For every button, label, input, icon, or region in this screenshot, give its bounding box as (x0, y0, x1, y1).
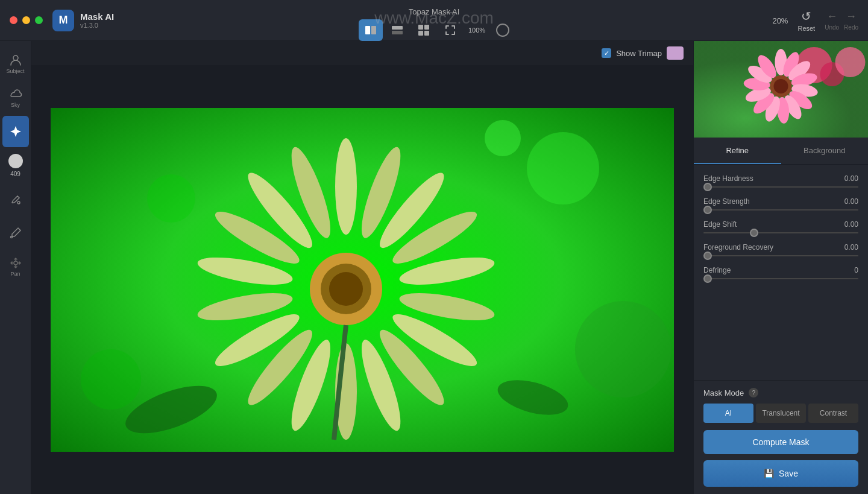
tab-background-label: Background (804, 146, 845, 155)
foreground-recovery-track[interactable] (703, 255, 858, 256)
defringe-track[interactable] (703, 278, 858, 279)
svg-point-20 (335, 138, 357, 235)
svg-point-9 (17, 201, 20, 204)
defringe-label: Defringe (703, 266, 731, 274)
edge-hardness-label: Edge Hardness (703, 174, 753, 183)
svg-rect-7 (424, 31, 429, 36)
sidebar-tool-sky[interactable]: Sky (2, 82, 29, 113)
panel-tabs: Refine Background (694, 138, 868, 165)
mask-mode-label: Mask Mode (703, 388, 744, 397)
edge-hardness-thumb[interactable] (703, 183, 712, 191)
reset-label: Reset (797, 25, 815, 32)
view-grid-button[interactable] (412, 19, 436, 41)
window-title: Topaz Mask AI (409, 7, 460, 16)
sidebar-tool-pan[interactable]: Pan (2, 251, 29, 282)
edge-hardness-track[interactable] (703, 186, 858, 188)
app-title-group: Mask AI v1.3.0 (80, 11, 114, 29)
subject-tool-label: Subject (6, 68, 24, 74)
maximize-button[interactable] (35, 16, 43, 24)
svg-point-14 (147, 174, 195, 223)
edge-strength-group: Edge Strength 0.00 (703, 197, 858, 211)
sidebar-tool-subject[interactable]: Subject (2, 48, 29, 80)
pan-tool-label: Pan (10, 271, 20, 277)
svg-rect-3 (392, 31, 403, 34)
title-bar: M Mask AI v1.3.0 Topaz Mask AI (0, 0, 868, 41)
view-fit-button[interactable] (438, 19, 462, 41)
reset-icon: ↺ (801, 9, 811, 24)
svg-point-11 (14, 261, 17, 265)
mask-btn-translucent[interactable]: Translucent (756, 404, 806, 423)
mask-btn-ai[interactable]: AI (703, 404, 753, 423)
sidebar-tool-compute[interactable] (2, 116, 29, 147)
close-button[interactable] (10, 16, 17, 24)
app-version: v1.3.0 (80, 22, 114, 29)
edge-hardness-value: 0.00 (844, 174, 858, 183)
reset-button[interactable]: ↺ Reset (797, 9, 815, 32)
edge-shift-value: 0.00 (844, 220, 858, 229)
defringe-group: Defringe 0 (703, 266, 858, 279)
edge-shift-track[interactable] (703, 232, 858, 233)
view-100percent-button[interactable]: 100% (465, 19, 489, 41)
save-button[interactable]: 💾 Save (703, 460, 858, 487)
show-trimap-checkbox[interactable]: ✓ (602, 48, 611, 58)
foreground-recovery-thumb[interactable] (703, 252, 712, 260)
redo-label: Redo (844, 24, 858, 31)
edge-shift-group: Edge Shift 0.00 (703, 220, 858, 233)
svg-point-16 (81, 349, 141, 410)
edge-strength-label: Edge Strength (703, 197, 750, 206)
redo-icon: → (846, 10, 857, 23)
svg-point-17 (485, 120, 521, 156)
mask-mode-help-icon[interactable]: ? (749, 388, 758, 397)
mask-btn-contrast[interactable]: Contrast (808, 404, 858, 423)
show-trimap-label: Show Trimap (616, 49, 662, 58)
canvas-toolbar: ✓ Show Trimap (31, 41, 693, 65)
brush-circle (8, 154, 23, 168)
tab-refine[interactable]: Refine (694, 138, 781, 164)
left-sidebar: Subject Sky 409 (0, 41, 31, 494)
canvas-area: ✓ Show Trimap (31, 41, 693, 494)
app-name: Mask AI (80, 11, 114, 22)
canvas-image (51, 108, 674, 452)
save-icon: 💾 (764, 469, 774, 478)
thumbnail-image (694, 41, 868, 138)
sky-tool-label: Sky (11, 102, 20, 108)
edge-shift-thumb[interactable] (750, 229, 758, 237)
defringe-value: 0 (854, 266, 858, 274)
view-split-horizontal-button[interactable] (385, 19, 409, 41)
foreground-recovery-value: 0.00 (844, 243, 858, 252)
svg-rect-6 (418, 31, 423, 36)
svg-rect-0 (365, 26, 370, 34)
sidebar-tool-eyedrop[interactable] (2, 217, 29, 249)
tab-background[interactable]: Background (781, 138, 869, 164)
redo-button[interactable]: → Redo (844, 10, 858, 31)
undo-icon: ← (826, 10, 837, 23)
trimap-color-swatch[interactable] (667, 46, 684, 60)
canvas-image-container[interactable] (31, 65, 693, 494)
svg-point-8 (13, 55, 18, 60)
edge-strength-track[interactable] (703, 209, 858, 211)
svg-point-47 (835, 47, 866, 77)
sidebar-tool-paint[interactable] (2, 183, 29, 215)
show-trimap-group: ✓ Show Trimap (602, 46, 684, 60)
brush-size-label: 409 (10, 171, 20, 177)
zoom-display: 20% (772, 16, 788, 25)
undo-label: Undo (825, 24, 839, 31)
undo-button[interactable]: ← Undo (825, 10, 839, 31)
app-logo: M (52, 10, 74, 31)
flower-svg (51, 108, 674, 452)
sidebar-tool-brush[interactable]: 409 (2, 150, 29, 181)
svg-point-13 (527, 132, 599, 204)
svg-rect-5 (424, 25, 429, 30)
tab-refine-label: Refine (726, 146, 749, 155)
compute-mask-button[interactable]: Compute Mask (703, 430, 858, 454)
view-split-vertical-button[interactable] (359, 19, 383, 41)
undo-redo-group: ← Undo → Redo (825, 10, 858, 31)
save-label: Save (779, 469, 798, 478)
view-toolbar: 100% (359, 19, 509, 41)
edge-strength-thumb[interactable] (703, 206, 712, 214)
mask-mode-section: Mask Mode ? AI Translucent Contrast Comp… (694, 380, 868, 494)
minimize-button[interactable] (22, 16, 30, 24)
defringe-thumb[interactable] (703, 274, 712, 283)
svg-rect-2 (392, 26, 403, 30)
mask-mode-header: Mask Mode ? (703, 388, 858, 397)
